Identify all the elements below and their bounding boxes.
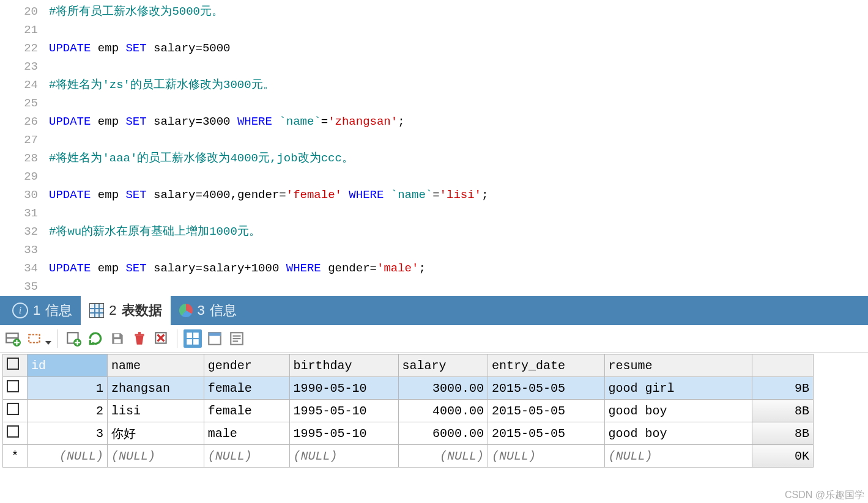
- column-header-size[interactable]: [752, 354, 814, 377]
- checkbox-icon[interactable]: [7, 425, 19, 438]
- save-button[interactable]: [108, 329, 127, 348]
- dropdown-caret-icon[interactable]: [45, 341, 51, 345]
- code-line[interactable]: 32#将wu的薪水在原有基础上增加1000元。: [0, 222, 868, 241]
- tab-info-1[interactable]: i 1 信息: [4, 296, 81, 325]
- null-cell[interactable]: (NULL): [398, 445, 488, 468]
- grid-view-button[interactable]: [184, 329, 202, 348]
- row-checkbox[interactable]: [3, 377, 28, 400]
- tab-table-data[interactable]: 2 表数据: [81, 296, 170, 325]
- checkbox-icon[interactable]: [7, 358, 19, 370]
- insert-row-button[interactable]: [4, 329, 22, 348]
- code-line[interactable]: 27: [0, 131, 868, 149]
- code-line[interactable]: 30UPDATE emp SET salary=4000,gender='fem…: [0, 186, 868, 204]
- cell[interactable]: 1990-05-10: [289, 377, 398, 400]
- blob-size-button[interactable]: 8B: [752, 400, 814, 422]
- code-content[interactable]: #将姓名为'aaa'的员工薪水修改为4000元,job改为ccc。: [49, 149, 868, 167]
- cell[interactable]: 2015-05-05: [488, 422, 605, 445]
- row-checkbox[interactable]: [3, 422, 28, 445]
- cell[interactable]: 1: [28, 377, 108, 400]
- cell[interactable]: female: [204, 400, 289, 422]
- cell[interactable]: good boy: [604, 400, 752, 422]
- cell[interactable]: 6000.00: [398, 422, 488, 445]
- null-cell[interactable]: (NULL): [604, 445, 752, 468]
- code-content[interactable]: [49, 131, 868, 149]
- code-content[interactable]: [49, 167, 868, 186]
- null-cell[interactable]: (NULL): [28, 445, 108, 468]
- cell[interactable]: male: [204, 422, 289, 445]
- cell[interactable]: 2015-05-05: [488, 377, 605, 400]
- column-header-salary[interactable]: salary: [398, 354, 488, 377]
- code-content[interactable]: UPDATE emp SET salary=salary+1000 WHERE …: [49, 259, 868, 277]
- code-line[interactable]: 22UPDATE emp SET salary=5000: [0, 39, 868, 57]
- column-header-name[interactable]: name: [108, 354, 204, 377]
- refresh-button[interactable]: [86, 329, 105, 348]
- code-content[interactable]: #将姓名为'zs'的员工薪水修改为3000元。: [49, 76, 868, 94]
- column-header-id[interactable]: id: [28, 354, 108, 377]
- code-content[interactable]: [49, 204, 868, 222]
- delete-button[interactable]: [130, 329, 149, 348]
- cell[interactable]: good girl: [604, 377, 752, 400]
- cell[interactable]: 3: [28, 422, 108, 445]
- code-content[interactable]: [49, 277, 868, 296]
- blob-size-button[interactable]: 0K: [752, 445, 814, 468]
- cancel-changes-button[interactable]: [152, 329, 171, 348]
- column-header-birthday[interactable]: birthday: [289, 354, 398, 377]
- cell[interactable]: 你好: [108, 422, 204, 445]
- cell[interactable]: 4000.00: [398, 400, 488, 422]
- form-view-button[interactable]: [206, 329, 224, 348]
- code-line[interactable]: 31: [0, 204, 868, 222]
- select-all-header[interactable]: [3, 354, 28, 377]
- null-cell[interactable]: (NULL): [289, 445, 398, 468]
- add-record-button[interactable]: [64, 329, 83, 348]
- code-line[interactable]: 23: [0, 57, 868, 76]
- code-content[interactable]: UPDATE emp SET salary=3000 WHERE `name`=…: [49, 112, 868, 131]
- code-line[interactable]: 24#将姓名为'zs'的员工薪水修改为3000元。: [0, 76, 868, 94]
- row-checkbox[interactable]: [3, 400, 28, 422]
- code-content[interactable]: #将所有员工薪水修改为5000元。: [49, 2, 868, 21]
- table-row[interactable]: 3你好male1995-05-106000.002015-05-05good b…: [3, 422, 814, 445]
- code-line[interactable]: 28#将姓名为'aaa'的员工薪水修改为4000元,job改为ccc。: [0, 149, 868, 167]
- tab-info-3[interactable]: 3 信息: [171, 296, 245, 325]
- cell[interactable]: zhangsan: [108, 377, 204, 400]
- new-row[interactable]: *(NULL)(NULL)(NULL)(NULL)(NULL)(NULL)(NU…: [3, 445, 814, 468]
- code-content[interactable]: UPDATE emp SET salary=5000: [49, 39, 868, 57]
- text-view-button[interactable]: [228, 329, 246, 348]
- cell[interactable]: lisi: [108, 400, 204, 422]
- code-line[interactable]: 20#将所有员工薪水修改为5000元。: [0, 2, 868, 21]
- column-header-entry_date[interactable]: entry_date: [488, 354, 605, 377]
- code-line[interactable]: 29: [0, 167, 868, 186]
- null-cell[interactable]: (NULL): [204, 445, 289, 468]
- table-row[interactable]: 2lisifemale1995-05-104000.002015-05-05go…: [3, 400, 814, 422]
- copy-row-button[interactable]: [26, 329, 44, 348]
- code-content[interactable]: [49, 94, 868, 112]
- code-line[interactable]: 35: [0, 277, 868, 296]
- blob-size-button[interactable]: 8B: [752, 422, 814, 445]
- code-line[interactable]: 21: [0, 21, 868, 39]
- cell[interactable]: good boy: [604, 422, 752, 445]
- column-header-gender[interactable]: gender: [204, 354, 289, 377]
- code-content[interactable]: [49, 241, 868, 259]
- code-content[interactable]: #将wu的薪水在原有基础上增加1000元。: [49, 222, 868, 241]
- code-content[interactable]: UPDATE emp SET salary=4000,gender='femal…: [49, 186, 868, 204]
- code-line[interactable]: 34UPDATE emp SET salary=salary+1000 WHER…: [0, 259, 868, 277]
- data-grid[interactable]: idnamegenderbirthdaysalaryentry_dateresu…: [2, 354, 814, 468]
- cell[interactable]: 2015-05-05: [488, 400, 605, 422]
- sql-editor[interactable]: 20#将所有员工薪水修改为5000元。2122UPDATE emp SET sa…: [0, 0, 868, 296]
- code-content[interactable]: [49, 57, 868, 76]
- code-line[interactable]: 25: [0, 94, 868, 112]
- cell[interactable]: female: [204, 377, 289, 400]
- code-line[interactable]: 33: [0, 241, 868, 259]
- cell[interactable]: 3000.00: [398, 377, 488, 400]
- column-header-resume[interactable]: resume: [604, 354, 752, 377]
- checkbox-icon[interactable]: [7, 403, 19, 415]
- cell[interactable]: 1995-05-10: [289, 400, 398, 422]
- null-cell[interactable]: (NULL): [108, 445, 204, 468]
- table-row[interactable]: 1zhangsanfemale1990-05-103000.002015-05-…: [3, 377, 814, 400]
- code-line[interactable]: 26UPDATE emp SET salary=3000 WHERE `name…: [0, 112, 868, 131]
- null-cell[interactable]: (NULL): [488, 445, 605, 468]
- checkbox-icon[interactable]: [7, 380, 19, 392]
- cell[interactable]: 1995-05-10: [289, 422, 398, 445]
- blob-size-button[interactable]: 9B: [752, 377, 814, 400]
- code-content[interactable]: [49, 21, 868, 39]
- cell[interactable]: 2: [28, 400, 108, 422]
